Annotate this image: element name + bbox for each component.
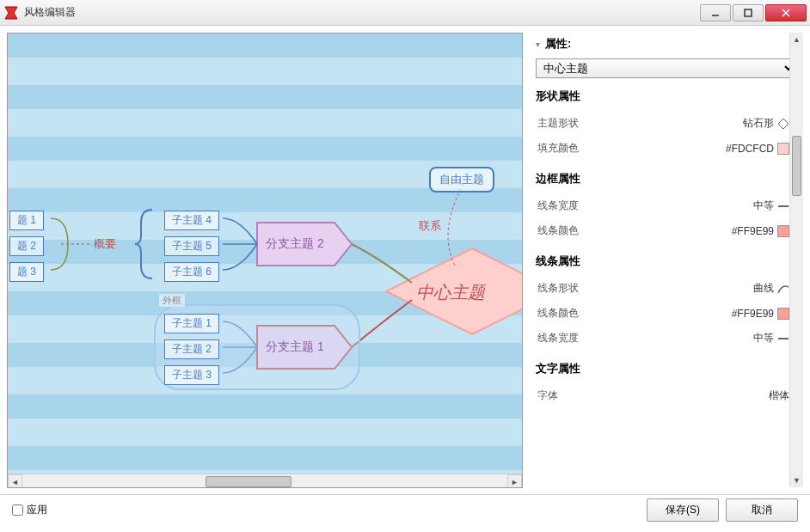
prop-label: 线条形状 (537, 281, 579, 296)
sub-topic-3[interactable]: 子主题 3 (164, 365, 219, 385)
close-button[interactable] (765, 4, 807, 21)
prop-label: 线条宽度 (537, 199, 579, 213)
prop-value: #FDCFCD (726, 143, 774, 155)
mindmap-canvas[interactable]: 外框 自由主题 联系 中心主题 分支主题 2 分支主题 1 概要 题 1 题 2… (8, 34, 522, 474)
summary-node[interactable]: 概要 (94, 236, 116, 252)
prop-fill-color[interactable]: 填充颜色 #FDCFCD (536, 136, 791, 161)
app-icon (3, 5, 19, 21)
boundary-label: 外框 (159, 294, 185, 307)
prop-label: 线条颜色 (537, 306, 579, 321)
properties-panel: ▾ 属性: 中心主题 形状属性 主题形状 钻石形 填充颜色 #FDCFCD (523, 33, 803, 487)
scroll-up-arrow-icon[interactable]: ▲ (790, 33, 803, 46)
prop-border-width[interactable]: 线条宽度 中等 (536, 193, 791, 218)
titlebar: 风格编辑器 (0, 0, 810, 26)
svg-marker-6 (778, 119, 789, 129)
apply-label: 应用 (27, 503, 47, 517)
canvas-container: 外框 自由主题 联系 中心主题 分支主题 2 分支主题 1 概要 题 1 题 2… (7, 33, 523, 488)
cancel-button[interactable]: 取消 (726, 498, 798, 522)
prop-value: 钻石形 (743, 116, 774, 131)
branch-node-1[interactable]: 分支主题 1 (266, 339, 324, 355)
sub-topic-6[interactable]: 子主题 6 (164, 262, 219, 282)
scroll-thumb[interactable] (792, 136, 801, 196)
section-text: 文字属性 (536, 361, 791, 376)
scroll-thumb[interactable] (206, 476, 291, 487)
color-swatch (777, 143, 789, 155)
collapse-icon[interactable]: ▾ (536, 40, 540, 49)
prop-font[interactable]: 字体 楷体 (536, 383, 791, 408)
horizontal-scrollbar[interactable]: ◄ ► (8, 474, 522, 488)
color-swatch (777, 225, 789, 237)
maximize-button[interactable] (733, 4, 764, 21)
prop-value: 中等 (753, 199, 774, 213)
svg-marker-0 (5, 7, 17, 19)
svg-rect-2 (745, 9, 752, 16)
scroll-left-arrow-icon[interactable]: ◄ (8, 474, 22, 488)
prop-label: 主题形状 (537, 116, 579, 131)
prop-line-color[interactable]: 线条颜色 #FF9E99 (536, 301, 791, 326)
color-swatch (777, 308, 789, 320)
sub-topic-4[interactable]: 子主题 4 (164, 211, 219, 230)
diamond-icon (777, 118, 789, 130)
line-weight-icon (777, 200, 789, 212)
left-topic-3[interactable]: 题 3 (9, 262, 44, 282)
apply-checkbox-input[interactable] (12, 504, 23, 516)
prop-value: #FF9E99 (732, 225, 774, 237)
prop-label: 线条颜色 (537, 223, 579, 238)
prop-value: #FF9E99 (732, 308, 774, 320)
section-line: 线条属性 (536, 254, 791, 269)
window-controls (700, 4, 807, 21)
prop-value: 曲线 (753, 281, 774, 296)
line-weight-icon (777, 333, 789, 345)
prop-label: 填充颜色 (537, 141, 579, 156)
prop-line-shape[interactable]: 线条形状 曲线 (536, 276, 791, 301)
window-title: 风格编辑器 (24, 5, 700, 20)
prop-label: 线条宽度 (537, 331, 579, 345)
left-topic-2[interactable]: 题 2 (9, 236, 44, 256)
section-shape: 形状属性 (536, 89, 791, 104)
vertical-scrollbar[interactable]: ▲ ▼ (789, 33, 803, 487)
sub-topic-5[interactable]: 子主题 5 (164, 236, 219, 256)
prop-line-width[interactable]: 线条宽度 中等 (536, 326, 791, 351)
curve-icon (777, 283, 789, 295)
connection-label: 联系 (419, 218, 441, 234)
prop-border-color[interactable]: 线条颜色 #FF9E99 (536, 218, 791, 243)
prop-topic-shape[interactable]: 主题形状 钻石形 (536, 111, 791, 136)
central-topic-node[interactable]: 中心主题 (416, 281, 485, 304)
minimize-button[interactable] (700, 4, 731, 21)
apply-checkbox[interactable]: 应用 (12, 503, 640, 517)
free-topic-node[interactable]: 自由主题 (429, 167, 494, 193)
properties-title: 属性: (545, 36, 571, 52)
prop-value: 中等 (753, 331, 774, 345)
left-topic-1[interactable]: 题 1 (9, 211, 44, 230)
prop-value: 楷体 (769, 388, 789, 403)
scroll-right-arrow-icon[interactable]: ► (507, 474, 522, 488)
scroll-down-arrow-icon[interactable]: ▼ (790, 474, 803, 487)
section-border: 边框属性 (536, 171, 791, 187)
sub-topic-2[interactable]: 子主题 2 (164, 339, 219, 359)
footer: 应用 保存(S) 取消 (0, 494, 810, 525)
properties-body: 形状属性 主题形状 钻石形 填充颜色 #FDCFCD 边框属性 线条宽度 (536, 85, 796, 472)
save-button[interactable]: 保存(S) (647, 498, 719, 522)
element-selector[interactable]: 中心主题 (536, 58, 796, 78)
prop-label: 字体 (537, 388, 558, 403)
branch-node-2[interactable]: 分支主题 2 (266, 236, 324, 252)
sub-topic-1[interactable]: 子主题 1 (164, 314, 219, 333)
